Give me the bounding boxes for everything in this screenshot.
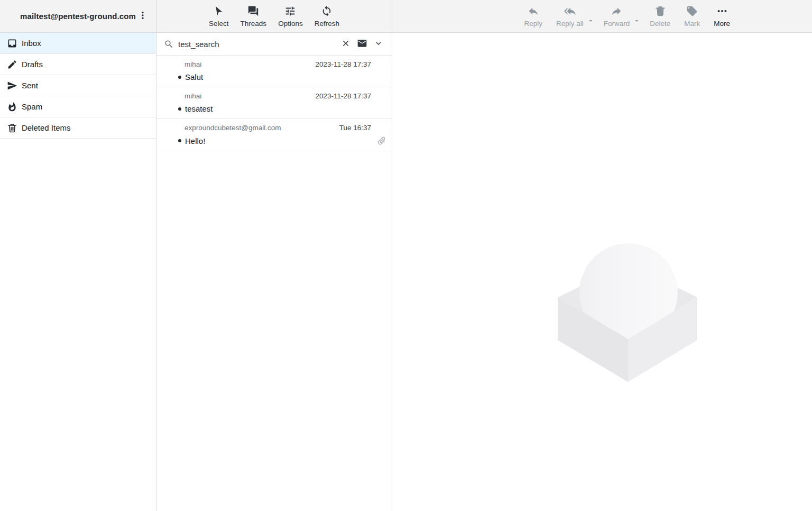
- select-button[interactable]: Select: [205, 4, 233, 29]
- message-row[interactable]: mihai 2023-11-28 17:37 Salut: [156, 56, 392, 87]
- flame-icon: [6, 102, 17, 112]
- trash-icon: [6, 123, 17, 133]
- sidebar-header: mailtest@pentest-ground.com: [0, 0, 156, 33]
- options-button-label: Options: [278, 20, 303, 28]
- ellipsis-icon: [716, 5, 728, 19]
- message-pane: [392, 33, 812, 511]
- message-list-column: Select Threads Options Refresh: [156, 0, 392, 511]
- search-icon: [164, 39, 174, 49]
- refresh-button[interactable]: Refresh: [311, 4, 343, 29]
- unread-indicator: [178, 139, 181, 142]
- message-row[interactable]: mihai 2023-11-28 17:37 tesatest: [156, 87, 392, 119]
- account-email[interactable]: mailtest@pentest-ground.com: [20, 12, 136, 21]
- delete-button[interactable]: Delete: [646, 4, 674, 29]
- forward-dropdown-caret[interactable]: [634, 18, 640, 24]
- pencil-icon: [6, 59, 17, 70]
- forward-icon: [611, 5, 622, 19]
- tag-icon: [686, 5, 698, 19]
- reply-icon: [528, 5, 539, 19]
- chevron-down-icon: [374, 39, 383, 50]
- sliders-icon: [284, 5, 296, 19]
- mark-button-label: Mark: [684, 20, 700, 28]
- clear-search-button[interactable]: [340, 38, 352, 51]
- reply-all-button-label: Reply all: [556, 20, 584, 28]
- search-scope-button[interactable]: [356, 37, 368, 51]
- message-date: Tue 16:37: [339, 124, 371, 132]
- trash-icon: [654, 5, 666, 19]
- options-button[interactable]: Options: [274, 4, 307, 29]
- message-sender: mihai: [184, 92, 315, 100]
- message-date: 2023-11-28 17:37: [315, 92, 371, 100]
- unread-indicator: [178, 107, 181, 111]
- roundcube-logo-watermark: [557, 242, 698, 382]
- mail-pane-column: Reply Reply all Forward: [392, 0, 812, 511]
- select-button-label: Select: [209, 20, 229, 28]
- message-list: mihai 2023-11-28 17:37 Salut mihai 2023-…: [156, 56, 392, 151]
- close-icon: [341, 39, 350, 50]
- reply-all-icon: [564, 5, 576, 19]
- message-toolbar: Reply Reply all Forward: [392, 0, 812, 33]
- mark-button[interactable]: Mark: [680, 4, 704, 29]
- refresh-icon: [321, 5, 333, 19]
- chat-bubbles-icon: [247, 5, 259, 19]
- sidebar-item-deleted-items[interactable]: Deleted Items: [0, 117, 156, 139]
- message-subject: Hello!: [185, 136, 205, 145]
- sidebar-item-drafts[interactable]: Drafts: [0, 54, 156, 75]
- folder-label: Drafts: [22, 60, 43, 69]
- forward-button-label: Forward: [604, 20, 630, 28]
- folder-label: Deleted Items: [22, 123, 71, 132]
- message-subject: Salut: [185, 72, 203, 81]
- sidebar-item-inbox[interactable]: Inbox: [0, 33, 156, 54]
- reply-button[interactable]: Reply: [520, 4, 546, 29]
- kebab-vertical-icon: [138, 11, 147, 22]
- message-sender: mihai: [184, 60, 315, 68]
- reply-all-button[interactable]: Reply all: [552, 4, 587, 29]
- kebab-menu-button[interactable]: [136, 8, 150, 24]
- refresh-button-label: Refresh: [315, 20, 339, 28]
- list-toolbar: Select Threads Options Refresh: [156, 0, 392, 33]
- search-options-toggle[interactable]: [373, 38, 384, 51]
- message-sender: exproundcubetest@gmail.com: [184, 124, 339, 132]
- envelope-icon: [357, 38, 367, 50]
- search-bar: [156, 33, 392, 56]
- more-button[interactable]: More: [710, 4, 734, 29]
- message-date: 2023-11-28 17:37: [315, 60, 371, 68]
- threads-button[interactable]: Threads: [237, 4, 271, 29]
- delete-button-label: Delete: [650, 20, 670, 28]
- paper-plane-icon: [6, 80, 17, 91]
- sidebar-item-sent[interactable]: Sent: [0, 75, 156, 96]
- inbox-icon: [6, 38, 17, 49]
- search-input[interactable]: [178, 40, 336, 49]
- more-button-label: More: [714, 20, 730, 28]
- sidebar-item-spam[interactable]: Spam: [0, 96, 156, 117]
- reply-all-dropdown-caret[interactable]: [588, 18, 594, 24]
- folder-label: Inbox: [22, 39, 41, 48]
- unread-indicator: [178, 76, 181, 79]
- webmail-app: mailtest@pentest-ground.com Inbox Drafts: [0, 0, 812, 511]
- folder-label: Spam: [22, 102, 42, 111]
- folder-list: Inbox Drafts Sent Spam: [0, 33, 156, 139]
- cursor-arrow-icon: [213, 5, 225, 19]
- reply-button-label: Reply: [524, 20, 542, 28]
- message-row[interactable]: exproundcubetest@gmail.com Tue 16:37 Hel…: [156, 119, 392, 151]
- folder-label: Sent: [22, 81, 38, 90]
- forward-button[interactable]: Forward: [600, 4, 634, 29]
- threads-button-label: Threads: [241, 20, 267, 28]
- folder-sidebar: mailtest@pentest-ground.com Inbox Drafts: [0, 0, 156, 511]
- attachment-paperclip-icon: [377, 136, 386, 145]
- message-subject: tesatest: [185, 104, 213, 113]
